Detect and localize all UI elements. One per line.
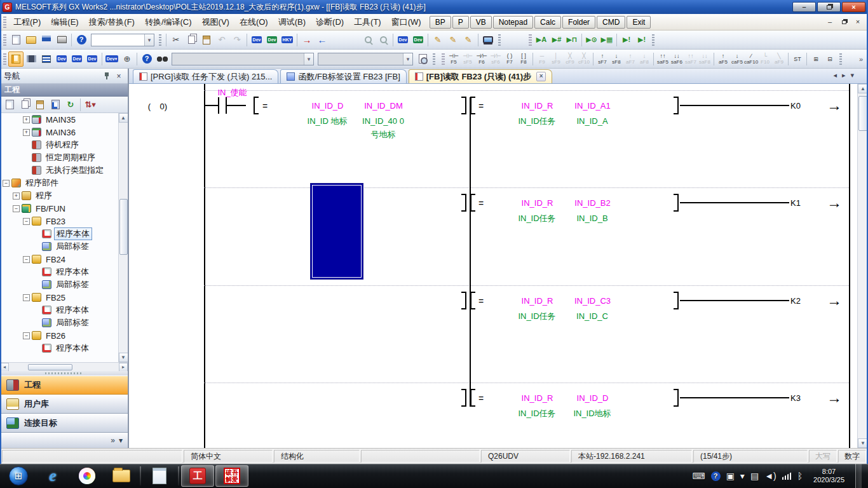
minimize-button[interactable]: – xyxy=(792,2,816,12)
dropdown-arrow-icon[interactable]: ▾ xyxy=(403,53,412,65)
document-tab-1[interactable]: 函数/FB标签设置 FB23 [FB] xyxy=(280,69,406,83)
ladder-symbol-F10-button[interactable]: └F10 xyxy=(758,50,772,67)
panel-overflow-chevron[interactable]: » xyxy=(111,436,115,445)
property-icon[interactable] xyxy=(48,97,63,112)
scroll-up-icon[interactable]: ▲ xyxy=(119,113,128,123)
file-explorer-icon[interactable] xyxy=(105,465,138,487)
ladder-symbol-F9-button[interactable]: ─F9 xyxy=(535,50,549,67)
write-to-plc-icon[interactable]: → xyxy=(299,32,315,48)
tree-item[interactable]: −FB26 xyxy=(0,329,128,342)
browser-360-icon[interactable] xyxy=(71,465,104,487)
toolbar-grip[interactable] xyxy=(433,53,435,65)
new-data-icon[interactable] xyxy=(2,97,17,112)
find-icon[interactable] xyxy=(154,51,170,67)
display-content-icon[interactable]: Dev▾ xyxy=(104,51,119,67)
scroll-down-icon[interactable]: ▼ xyxy=(119,353,128,362)
menu-grab-handle[interactable] xyxy=(3,17,6,28)
network-signal-icon[interactable] xyxy=(782,472,792,480)
buffer-monitor-icon[interactable]: ▶⊓ xyxy=(564,32,580,48)
device-operand[interactable]: IN_ID_R xyxy=(510,296,564,306)
window-selector-combo[interactable]: ▾ xyxy=(91,34,154,46)
tree-item[interactable]: −程序部件 xyxy=(0,177,128,189)
scroll-right-icon[interactable]: ▸ xyxy=(119,363,128,372)
menu-item[interactable]: 编辑(E) xyxy=(46,15,83,30)
document-tab-2[interactable]: [FB]读取 FB23 (只读) (41)步× xyxy=(409,69,552,83)
dropdown-arrow-icon[interactable]: ▾ xyxy=(304,53,313,65)
device-operand[interactable]: IN_ID_R xyxy=(510,101,564,111)
open-file-icon[interactable] xyxy=(24,32,39,48)
ladder-symbol-F5-button[interactable]: ⊣⊢F5 xyxy=(447,50,461,67)
document-tab-0[interactable]: [PRG]读取 任务下发 (只读) 215... xyxy=(133,69,278,83)
ladder-symbol-saF6-button[interactable]: ↓↓saF6 xyxy=(670,50,684,67)
pojie-52-icon[interactable]: 破吾解爱 xyxy=(215,465,248,487)
close-button[interactable]: × xyxy=(842,2,865,12)
ladder-toolbar-grab-handle[interactable] xyxy=(442,53,445,65)
sidebar-panel-proj[interactable]: 工程 xyxy=(0,376,128,395)
program-list-icon[interactable] xyxy=(39,51,54,67)
tree-item[interactable]: +待机程序 xyxy=(0,139,128,151)
tab-scroll-right-icon[interactable]: ▸ xyxy=(842,71,846,79)
device-find-icon[interactable]: Dev xyxy=(249,32,264,48)
sort-icon[interactable]: ⇅▾ xyxy=(83,97,98,112)
device-operand[interactable]: IN_ID_D xyxy=(566,393,620,403)
comment-edit-icon[interactable]: ✎ xyxy=(430,32,445,48)
ladder-symbol-saF5-button[interactable]: ↑↑saF5 xyxy=(656,50,670,67)
tree-item[interactable]: +程序本体 xyxy=(0,342,128,355)
device-operand[interactable]: IN_ID_A1 xyxy=(566,101,620,111)
redo-icon[interactable]: ↷ xyxy=(229,32,245,48)
tree-expander-icon[interactable]: − xyxy=(3,180,10,187)
ladder-symbol-ST-button[interactable]: ST xyxy=(790,50,804,67)
module-monitor-icon[interactable]: ▶▦ xyxy=(599,32,614,48)
read-from-plc-icon[interactable]: ← xyxy=(315,32,330,48)
tree-item[interactable]: +MAIN35 xyxy=(0,113,128,126)
find-target-combo[interactable]: ▾ xyxy=(172,53,314,65)
ladder-symbol-aF9-button[interactable]: ╲aF9 xyxy=(772,50,786,67)
ladder-symbol-aF5-button[interactable]: ↑aF5 xyxy=(716,50,730,67)
tree-expander-icon[interactable]: − xyxy=(23,332,30,339)
menu-item[interactable]: 搜索/替换(F) xyxy=(84,15,140,30)
tab-close-icon[interactable]: × xyxy=(536,72,546,81)
ladder-monitor-icon[interactable]: ▶A xyxy=(534,32,549,48)
ladder-symbol-F8-button[interactable]: [ ]F8 xyxy=(517,50,531,67)
cut-icon[interactable]: ✂ xyxy=(168,32,184,48)
quick-button-calc[interactable]: Calc xyxy=(534,16,561,29)
zoom-search-a-icon[interactable] xyxy=(360,32,376,48)
watch-window-b-icon[interactable]: ▶! xyxy=(634,32,649,48)
ladder-symbol-⊞-button[interactable]: ⊞ xyxy=(809,50,823,67)
menu-item[interactable]: 窗口(W) xyxy=(386,15,426,30)
watch-window-a-icon[interactable]: ▶! xyxy=(619,32,634,48)
ladder-symbol-F7-button[interactable]: ( )F7 xyxy=(503,50,517,67)
menu-item[interactable]: 视图(V) xyxy=(197,15,234,30)
tree-expander-icon[interactable]: + xyxy=(23,129,30,136)
tree-item[interactable]: −FB25 xyxy=(0,291,128,304)
toolbar1-grab-handle[interactable] xyxy=(3,34,6,46)
menu-item[interactable]: 工程(P) xyxy=(8,15,46,30)
note-display-icon[interactable]: Dev xyxy=(85,51,100,67)
tab-scroll-left-icon[interactable]: ◂ xyxy=(833,71,837,79)
tree-item[interactable]: +局部标签 xyxy=(0,278,128,291)
constant-operand[interactable]: K0 xyxy=(790,101,801,111)
ladder-symbol-cF10-button[interactable]: ╳cF10 xyxy=(577,50,591,67)
ladder-editor-canvas[interactable]: ( 0) IN_使能 = IN_ID_D IN_ID 地标 IN_ID_DM I… xyxy=(129,84,868,448)
new-file-icon[interactable] xyxy=(8,32,24,48)
tree-scrollbar[interactable]: ▲ ▼ xyxy=(118,113,128,362)
toolbar-grip[interactable] xyxy=(498,34,501,46)
toolbar-grip[interactable] xyxy=(839,53,842,65)
tree-item[interactable]: +恒定周期程序 xyxy=(0,151,128,164)
quick-button-bp[interactable]: BP xyxy=(430,16,451,29)
ladder-symbol-caF10-button[interactable]: ∕caF10 xyxy=(744,50,758,67)
monitor-toolbar-grab-handle[interactable] xyxy=(529,34,532,46)
tree-expander-icon[interactable]: − xyxy=(23,218,30,225)
dropdown-arrow-icon[interactable]: ▾ xyxy=(144,34,154,46)
copy-data-icon[interactable] xyxy=(17,97,32,112)
tree-item[interactable]: +程序本体 xyxy=(0,266,128,278)
quick-button-exit[interactable]: Exit xyxy=(627,16,651,29)
ladder-symbol-saF8-button[interactable]: ↓↓saF8 xyxy=(698,50,712,67)
tree-expander-icon[interactable]: − xyxy=(23,294,30,301)
quick-button-vb[interactable]: VB xyxy=(470,16,492,29)
monitor-start-icon[interactable] xyxy=(330,32,345,48)
note-edit-icon[interactable]: ✎ xyxy=(461,32,476,48)
tree-item[interactable]: −FB/FUN xyxy=(0,202,128,215)
menu-item[interactable]: 在线(O) xyxy=(234,15,273,30)
project-tree[interactable]: +MAIN35+MAIN36+待机程序+恒定周期程序+无执行类型指定−程序部件+… xyxy=(0,113,128,362)
